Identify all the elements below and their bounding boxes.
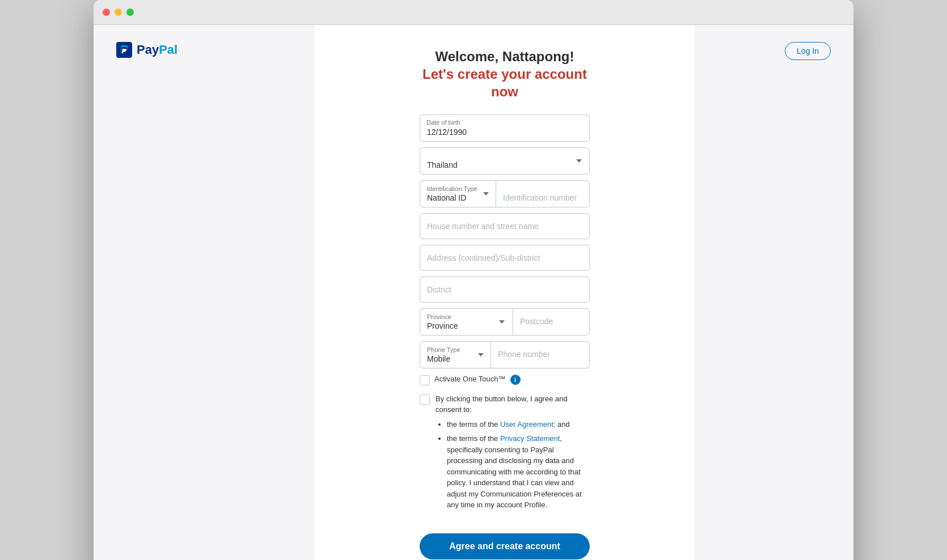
traffic-light-red[interactable]	[103, 9, 110, 16]
id-number-right	[496, 181, 589, 207]
nationality-field-group: Nationality Thailand Other	[420, 147, 590, 175]
address-field-group	[420, 213, 590, 239]
phone-number-input[interactable]	[491, 342, 589, 367]
terms-content: By clicking the button below, I agree an…	[436, 393, 590, 514]
terms-intro-text: By clicking the button below, I agree an…	[436, 394, 568, 414]
one-touch-checkbox[interactable]	[420, 375, 430, 385]
terms-item1-suffix: ; and	[553, 420, 570, 429]
nationality-select-wrapper: Thailand Other	[420, 147, 590, 175]
welcome-title: Welcome, Nattapong!	[436, 48, 574, 65]
browser-content: PayPal Welcome, Nattapong! Let's create …	[94, 25, 853, 560]
paypal-logo: PayPal	[116, 42, 177, 58]
terms-list: the terms of the User Agreement; and the…	[447, 419, 590, 511]
one-touch-info-icon[interactable]: i	[510, 375, 521, 385]
dob-input[interactable]	[420, 114, 590, 142]
welcome-subtitle: Let's create your account now	[420, 65, 590, 100]
browser-window: PayPal Welcome, Nattapong! Let's create …	[94, 0, 853, 560]
terms-item2-prefix: the terms of the	[447, 434, 500, 443]
login-button[interactable]: Log In	[785, 42, 831, 60]
id-type-select[interactable]: National ID Passport	[420, 181, 496, 207]
terms-item-2: the terms of the Privacy Statement, spec…	[447, 433, 590, 511]
terms-item-1: the terms of the User Agreement; and	[447, 419, 590, 430]
postcode-right	[513, 309, 589, 335]
postcode-input[interactable]	[513, 309, 589, 334]
phone-split-row: Phone Type Mobile Home Work	[420, 341, 590, 368]
phone-type-left: Phone Type Mobile Home Work	[420, 342, 491, 368]
terms-checkbox-row: By clicking the button below, I agree an…	[420, 393, 590, 514]
nationality-select[interactable]: Thailand Other	[420, 147, 590, 175]
address-continued-field-group	[420, 245, 590, 271]
left-panel: PayPal	[94, 25, 315, 560]
dob-field-group: Date of birth	[420, 114, 590, 142]
address-input[interactable]	[420, 213, 590, 239]
terms-item2-suffix: , specifically consenting to PayPal proc…	[447, 434, 582, 509]
browser-chrome	[94, 0, 853, 25]
phone-number-right	[491, 342, 589, 368]
province-row: Province Province	[420, 308, 590, 336]
traffic-light-yellow[interactable]	[115, 9, 122, 16]
district-field-group	[420, 277, 590, 303]
district-input[interactable]	[420, 277, 590, 303]
province-left: Province Province	[420, 309, 513, 335]
terms-item1-prefix: the terms of the	[447, 420, 500, 429]
address-continued-input[interactable]	[420, 245, 590, 271]
user-agreement-link[interactable]: User Agreement	[500, 420, 553, 429]
form-container: Welcome, Nattapong! Let's create your ac…	[420, 48, 590, 559]
terms-section: By clicking the button below, I agree an…	[420, 393, 590, 520]
traffic-lights	[103, 9, 134, 16]
terms-checkbox[interactable]	[420, 394, 430, 405]
province-select[interactable]: Province	[420, 309, 513, 335]
privacy-statement-link[interactable]: Privacy Statement	[500, 434, 560, 443]
phone-type-select[interactable]: Mobile Home Work	[420, 342, 491, 368]
id-split-row: Identification Type National ID Passport	[420, 180, 590, 207]
one-touch-row: Activate One Touch™ i	[420, 374, 590, 385]
create-account-button[interactable]: Agree and create account	[420, 533, 590, 559]
id-number-input[interactable]	[496, 181, 589, 207]
one-touch-label: Activate One Touch™	[434, 374, 506, 384]
traffic-light-green[interactable]	[126, 9, 134, 16]
right-panel: Log In	[695, 25, 853, 560]
id-type-left: Identification Type National ID Passport	[420, 181, 496, 207]
paypal-icon	[116, 42, 132, 58]
paypal-logo-text: PayPal	[137, 43, 177, 57]
main-content: Welcome, Nattapong! Let's create your ac…	[315, 25, 695, 560]
